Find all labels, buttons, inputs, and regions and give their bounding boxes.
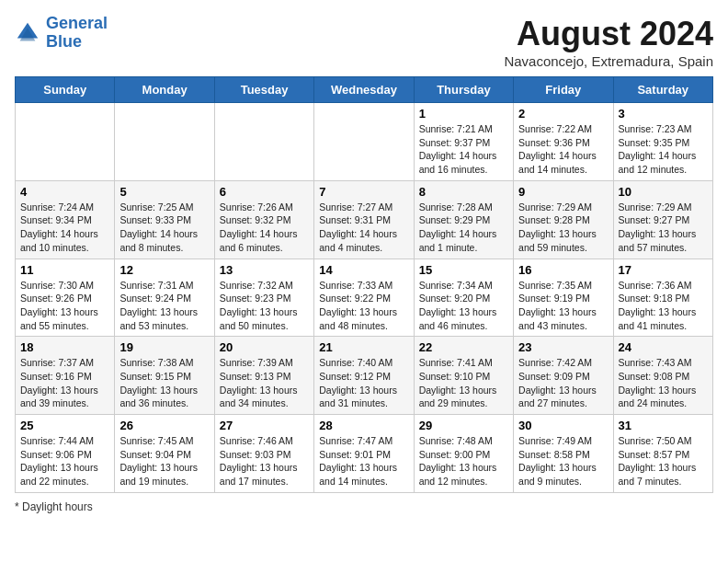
day-number: 12 [119, 263, 209, 277]
day-info: Sunrise: 7:48 AMSunset: 9:00 PMDaylight:… [419, 434, 508, 488]
day-number: 14 [319, 263, 408, 277]
calendar-cell: 25Sunrise: 7:44 AMSunset: 9:06 PMDayligh… [16, 415, 115, 493]
footer: * Daylight hours [15, 500, 713, 513]
calendar-cell: 28Sunrise: 7:47 AMSunset: 9:01 PMDayligh… [314, 415, 414, 493]
day-number: 16 [518, 263, 608, 277]
day-info: Sunrise: 7:35 AMSunset: 9:19 PMDaylight:… [518, 279, 608, 333]
day-number: 24 [619, 340, 708, 354]
day-number: 5 [119, 185, 209, 199]
day-info: Sunrise: 7:30 AMSunset: 9:26 PMDaylight:… [20, 279, 109, 333]
calendar-cell: 16Sunrise: 7:35 AMSunset: 9:19 PMDayligh… [514, 259, 613, 337]
day-number: 6 [220, 185, 309, 199]
day-number: 17 [619, 263, 708, 277]
calendar-cell: 14Sunrise: 7:33 AMSunset: 9:22 PMDayligh… [314, 259, 414, 337]
calendar-cell: 23Sunrise: 7:42 AMSunset: 9:09 PMDayligh… [514, 337, 613, 415]
day-info: Sunrise: 7:24 AMSunset: 9:34 PMDaylight:… [20, 201, 109, 255]
day-info: Sunrise: 7:36 AMSunset: 9:18 PMDaylight:… [619, 279, 708, 333]
day-number: 13 [220, 263, 309, 277]
day-number: 9 [518, 185, 608, 199]
header-sunday: Sunday [16, 77, 115, 103]
day-number: 31 [619, 419, 708, 432]
day-number: 23 [518, 340, 608, 354]
calendar-cell: 17Sunrise: 7:36 AMSunset: 9:18 PMDayligh… [613, 259, 712, 337]
calendar-cell: 10Sunrise: 7:29 AMSunset: 9:27 PMDayligh… [613, 180, 712, 259]
day-number: 8 [419, 185, 508, 199]
calendar-cell: 19Sunrise: 7:38 AMSunset: 9:15 PMDayligh… [115, 337, 214, 415]
header-monday: Monday [115, 77, 214, 103]
day-info: Sunrise: 7:50 AMSunset: 8:57 PMDaylight:… [619, 434, 708, 488]
logo-text: General Blue [46, 15, 108, 52]
day-number: 21 [319, 340, 408, 354]
day-info: Sunrise: 7:34 AMSunset: 9:20 PMDaylight:… [419, 279, 508, 333]
day-info: Sunrise: 7:41 AMSunset: 9:10 PMDaylight:… [419, 356, 508, 410]
calendar-week-5: 25Sunrise: 7:44 AMSunset: 9:06 PMDayligh… [16, 415, 713, 493]
day-number: 4 [20, 185, 109, 199]
calendar-cell: 29Sunrise: 7:48 AMSunset: 9:00 PMDayligh… [414, 415, 513, 493]
logo-line2: Blue [46, 32, 82, 51]
calendar-cell: 12Sunrise: 7:31 AMSunset: 9:24 PMDayligh… [115, 259, 214, 337]
calendar-cell: 15Sunrise: 7:34 AMSunset: 9:20 PMDayligh… [414, 259, 513, 337]
calendar-header: Sunday Monday Tuesday Wednesday Thursday… [16, 77, 713, 103]
day-info: Sunrise: 7:21 AMSunset: 9:37 PMDaylight:… [419, 122, 508, 177]
calendar-week-1: 1Sunrise: 7:21 AMSunset: 9:37 PMDaylight… [16, 103, 713, 181]
day-number: 19 [119, 340, 209, 354]
logo-line1: General [46, 14, 108, 32]
calendar-cell: 8Sunrise: 7:28 AMSunset: 9:29 PMDaylight… [414, 180, 513, 259]
calendar-cell [115, 103, 214, 181]
day-info: Sunrise: 7:45 AMSunset: 9:04 PMDaylight:… [119, 434, 209, 488]
day-info: Sunrise: 7:25 AMSunset: 9:33 PMDaylight:… [119, 201, 209, 255]
day-number: 22 [419, 340, 508, 354]
calendar-cell [314, 103, 414, 181]
calendar-week-4: 18Sunrise: 7:37 AMSunset: 9:16 PMDayligh… [16, 337, 713, 415]
calendar-week-3: 11Sunrise: 7:30 AMSunset: 9:26 PMDayligh… [16, 259, 713, 337]
day-number: 2 [518, 107, 608, 121]
day-info: Sunrise: 7:46 AMSunset: 9:03 PMDaylight:… [220, 434, 309, 488]
day-info: Sunrise: 7:31 AMSunset: 9:24 PMDaylight:… [119, 279, 209, 333]
day-info: Sunrise: 7:32 AMSunset: 9:23 PMDaylight:… [220, 279, 309, 333]
calendar-week-2: 4Sunrise: 7:24 AMSunset: 9:34 PMDaylight… [16, 180, 713, 259]
day-info: Sunrise: 7:49 AMSunset: 8:58 PMDaylight:… [518, 434, 608, 488]
day-number: 30 [518, 419, 608, 432]
calendar-cell: 22Sunrise: 7:41 AMSunset: 9:10 PMDayligh… [414, 337, 513, 415]
header-thursday: Thursday [414, 77, 513, 103]
calendar-cell: 4Sunrise: 7:24 AMSunset: 9:34 PMDaylight… [16, 180, 115, 259]
calendar-cell: 1Sunrise: 7:21 AMSunset: 9:37 PMDaylight… [414, 103, 513, 181]
calendar-cell: 31Sunrise: 7:50 AMSunset: 8:57 PMDayligh… [613, 415, 712, 493]
day-info: Sunrise: 7:27 AMSunset: 9:31 PMDaylight:… [319, 201, 408, 255]
day-info: Sunrise: 7:44 AMSunset: 9:06 PMDaylight:… [20, 434, 109, 488]
day-number: 26 [119, 419, 209, 432]
calendar-cell: 2Sunrise: 7:22 AMSunset: 9:36 PMDaylight… [514, 103, 613, 181]
day-info: Sunrise: 7:38 AMSunset: 9:15 PMDaylight:… [119, 356, 209, 410]
calendar-cell: 24Sunrise: 7:43 AMSunset: 9:08 PMDayligh… [613, 337, 712, 415]
calendar-subtitle: Navaconcejo, Extremadura, Spain [504, 53, 713, 69]
calendar-body: 1Sunrise: 7:21 AMSunset: 9:37 PMDaylight… [16, 103, 713, 493]
day-number: 18 [20, 340, 109, 354]
calendar-cell: 9Sunrise: 7:29 AMSunset: 9:28 PMDaylight… [514, 180, 613, 259]
calendar-cell: 21Sunrise: 7:40 AMSunset: 9:12 PMDayligh… [314, 337, 414, 415]
calendar-cell: 27Sunrise: 7:46 AMSunset: 9:03 PMDayligh… [214, 415, 313, 493]
footer-text: Daylight hours [22, 500, 93, 513]
day-info: Sunrise: 7:42 AMSunset: 9:09 PMDaylight:… [518, 356, 608, 410]
day-number: 27 [220, 419, 309, 432]
day-info: Sunrise: 7:22 AMSunset: 9:36 PMDaylight:… [518, 122, 608, 177]
logo: General Blue [15, 15, 108, 52]
calendar-title: August 2024 [504, 15, 713, 53]
page-header: General Blue August 2024 Navaconcejo, Ex… [15, 15, 713, 69]
calendar-cell: 5Sunrise: 7:25 AMSunset: 9:33 PMDaylight… [115, 180, 214, 259]
calendar-cell [214, 103, 313, 181]
calendar-cell: 26Sunrise: 7:45 AMSunset: 9:04 PMDayligh… [115, 415, 214, 493]
day-number: 25 [20, 419, 109, 432]
header-row: Sunday Monday Tuesday Wednesday Thursday… [16, 77, 713, 103]
header-friday: Friday [514, 77, 613, 103]
day-info: Sunrise: 7:37 AMSunset: 9:16 PMDaylight:… [20, 356, 109, 410]
day-number: 29 [419, 419, 508, 432]
day-info: Sunrise: 7:40 AMSunset: 9:12 PMDaylight:… [319, 356, 408, 410]
day-number: 28 [319, 419, 408, 432]
calendar-cell: 30Sunrise: 7:49 AMSunset: 8:58 PMDayligh… [514, 415, 613, 493]
calendar-cell: 7Sunrise: 7:27 AMSunset: 9:31 PMDaylight… [314, 180, 414, 259]
day-info: Sunrise: 7:26 AMSunset: 9:32 PMDaylight:… [220, 201, 309, 255]
calendar-cell: 6Sunrise: 7:26 AMSunset: 9:32 PMDaylight… [214, 180, 313, 259]
day-number: 10 [619, 185, 708, 199]
day-info: Sunrise: 7:47 AMSunset: 9:01 PMDaylight:… [319, 434, 408, 488]
calendar-cell: 13Sunrise: 7:32 AMSunset: 9:23 PMDayligh… [214, 259, 313, 337]
